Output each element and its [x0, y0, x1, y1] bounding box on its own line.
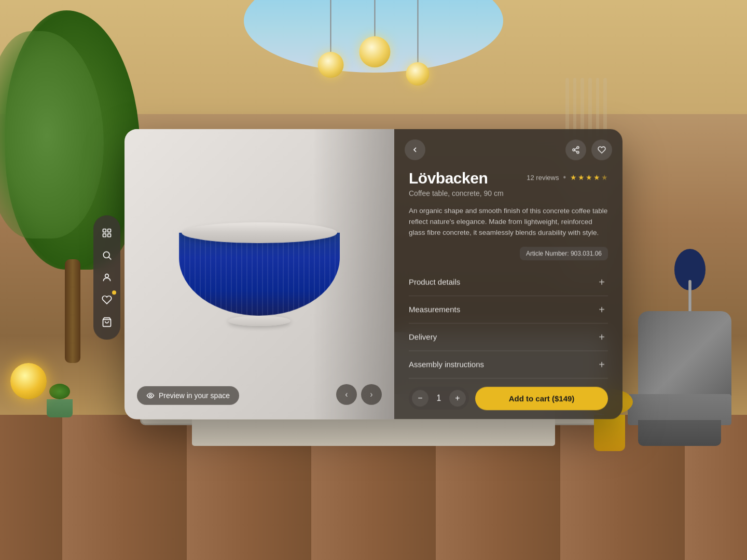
dot-separator: •: [563, 173, 566, 182]
detail-action-buttons: [565, 139, 612, 160]
pendant-wire-1: [330, 0, 331, 52]
preview-icon: [146, 391, 155, 400]
pendant-3: [406, 0, 430, 86]
tree-trunk: [65, 259, 80, 363]
grid-icon[interactable]: [99, 225, 115, 241]
svg-line-13: [575, 150, 577, 152]
share-icon: [572, 146, 580, 154]
accordion-header-measurements[interactable]: Measurements +: [409, 296, 608, 323]
product-details-panel: Lövbacken 12 reviews • ★ ★ ★ ★ ★ Coffee …: [394, 129, 622, 419]
table-top-marble: [182, 222, 337, 243]
image-nav-arrows: ‹ ›: [336, 384, 382, 405]
increase-quantity-button[interactable]: +: [449, 390, 466, 407]
accordion-assembly: Assembly instructions +: [409, 351, 608, 379]
svg-rect-2: [103, 233, 106, 236]
review-area: 12 reviews • ★ ★ ★ ★ ★: [527, 173, 608, 182]
pendant-bulb-2: [359, 36, 391, 67]
decrease-quantity-button[interactable]: −: [412, 390, 428, 407]
article-number-row: Article Number: 903.031.06: [409, 247, 608, 260]
small-plant: [47, 384, 73, 415]
next-image-button[interactable]: ›: [361, 384, 382, 405]
review-count: 12 reviews: [527, 173, 559, 181]
preview-space-button[interactable]: Preview in your space: [137, 386, 239, 405]
cart-area: − 1 + Add to cart ($149): [409, 387, 608, 410]
stool-body: [594, 415, 625, 451]
svg-point-6: [105, 274, 109, 278]
expand-product-details-icon: +: [596, 276, 608, 288]
back-icon: [411, 146, 419, 154]
accordion-label-measurements: Measurements: [409, 305, 460, 314]
svg-rect-0: [103, 229, 106, 232]
quantity-selector: − 1 +: [409, 387, 469, 410]
save-wishlist-button[interactable]: [591, 139, 612, 160]
expand-assembly-icon: +: [596, 358, 608, 371]
cart-icon[interactable]: [99, 314, 115, 331]
wishlist-badge: [112, 290, 116, 295]
accordion-label-assembly: Assembly instructions: [409, 360, 484, 369]
bowl-table: [171, 212, 348, 337]
wishlist-icon[interactable]: [99, 291, 115, 308]
svg-point-4: [103, 251, 109, 258]
pendant-1: [318, 0, 344, 86]
svg-point-9: [149, 395, 151, 397]
product-title-row: Lövbacken 12 reviews • ★ ★ ★ ★ ★: [409, 170, 608, 187]
article-label: Article Number:: [526, 250, 569, 257]
expand-delivery-icon: +: [596, 331, 608, 343]
quantity-value: 1: [433, 394, 445, 403]
bowl-ribs: [179, 233, 340, 316]
heart-icon: [598, 146, 606, 154]
star-rating: ★ ★ ★ ★ ★: [570, 173, 608, 181]
pendant-lights: [318, 0, 430, 86]
article-value: 903.031.06: [571, 250, 602, 257]
product-modal: Preview in your space ‹ ›: [125, 129, 622, 419]
svg-point-10: [577, 146, 579, 148]
svg-point-12: [577, 151, 579, 153]
tree: [0, 0, 145, 363]
chair-legs: [638, 420, 721, 446]
star-5-half: ★: [601, 173, 608, 181]
pendant-bulb-3: [406, 62, 430, 86]
accordion-header-delivery[interactable]: Delivery +: [409, 324, 608, 351]
pendant-wire-3: [417, 0, 418, 62]
glow-orb: [10, 363, 47, 399]
accordion-header-assembly[interactable]: Assembly instructions +: [409, 351, 608, 378]
svg-line-5: [109, 257, 112, 260]
pendant-wire-2: [375, 0, 376, 36]
product-display: [161, 197, 358, 352]
bowl-body: [179, 233, 340, 316]
pendant-bulb-1: [318, 52, 344, 78]
svg-point-11: [573, 149, 575, 151]
product-image-area: Preview in your space ‹ ›: [125, 129, 394, 419]
svg-line-14: [575, 148, 577, 149]
prev-image-button[interactable]: ‹: [336, 384, 357, 405]
profile-icon[interactable]: [99, 269, 115, 286]
star-2: ★: [578, 173, 585, 181]
table-base: [228, 316, 290, 326]
accordion-label-product-details: Product details: [409, 277, 460, 286]
product-description: An organic shape and smooth finish of th…: [409, 206, 608, 239]
star-1: ★: [570, 173, 577, 181]
back-button[interactable]: [405, 139, 425, 160]
plant-leaves: [49, 384, 70, 399]
star-3: ★: [586, 173, 592, 181]
expand-measurements-icon: +: [596, 303, 608, 316]
accordion-header-product-details[interactable]: Product details +: [409, 269, 608, 296]
search-icon[interactable]: [99, 247, 115, 263]
pot-body: [47, 399, 73, 417]
armchair: [617, 311, 731, 446]
accordion-product-details: Product details +: [409, 269, 608, 296]
product-name: Lövbacken: [409, 170, 488, 187]
product-subtitle: Coffee table, concrete, 90 cm: [409, 189, 608, 198]
svg-rect-1: [108, 229, 111, 232]
side-toolbar: [93, 215, 120, 340]
add-to-cart-button[interactable]: Add to cart ($149): [475, 387, 608, 410]
star-4: ★: [593, 173, 600, 181]
share-button[interactable]: [565, 139, 586, 160]
accordion-label-delivery: Delivery: [409, 332, 437, 341]
accordion-delivery: Delivery +: [409, 324, 608, 351]
preview-label: Preview in your space: [159, 391, 230, 400]
article-badge: Article Number: 903.031.06: [520, 247, 608, 260]
svg-rect-3: [108, 233, 111, 236]
pendant-2: [359, 0, 391, 86]
accordion-measurements: Measurements +: [409, 296, 608, 324]
